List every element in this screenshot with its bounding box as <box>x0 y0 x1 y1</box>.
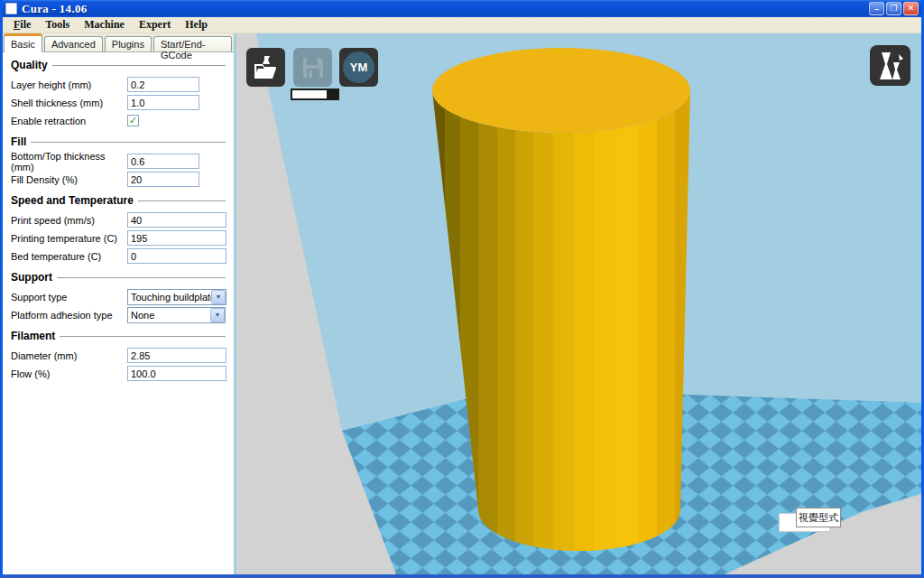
section-quality: Quality <box>11 59 226 71</box>
section-rule <box>60 336 226 337</box>
tab-advanced[interactable]: Advanced <box>44 36 103 51</box>
layer-height-input[interactable] <box>127 77 199 92</box>
minimize-button[interactable]: _ <box>869 2 884 15</box>
view-mode-tooltip: 視覺型式 <box>796 508 841 527</box>
section-title: Speed and Temperature <box>11 194 134 207</box>
shell-thickness-label: Shell thickness (mm) <box>11 98 127 108</box>
minimize-icon: _ <box>870 0 883 12</box>
checkmark-icon: ✓ <box>129 116 137 126</box>
support-type-value: Touching buildplate <box>128 292 211 303</box>
cura-window: Cura - 14.06 _ ❐ ✕ File Tools Machine Ex… <box>0 0 924 578</box>
section-rule <box>57 277 226 278</box>
tab-basic[interactable]: Basic <box>4 33 42 52</box>
close-icon: ✕ <box>908 4 915 13</box>
bottom-top-thickness-label: Bottom/Top thickness (mm) <box>11 151 127 172</box>
chevron-down-icon: ▼ <box>216 294 222 300</box>
section-speed-temperature: Speed and Temperature <box>11 194 226 207</box>
tab-start-end-gcode[interactable]: Start/End-GCode <box>153 36 232 51</box>
menu-machine[interactable]: Machine <box>77 17 132 33</box>
menu-tools[interactable]: Tools <box>38 17 77 33</box>
support-type-select[interactable]: Touching buildplate ▼ <box>127 289 226 305</box>
setting-row: Layer height (mm) <box>11 76 226 93</box>
enable-retraction-label: Enable retraction <box>11 116 127 126</box>
setting-row: Enable retraction ✓ <box>11 112 226 129</box>
print-speed-label: Print speed (mm/s) <box>11 215 127 226</box>
section-title: Fill <box>11 135 26 148</box>
bed-temperature-input[interactable] <box>127 248 226 264</box>
setting-row: Platform adhesion type None ▼ <box>11 306 226 323</box>
menu-help[interactable]: Help <box>178 17 215 33</box>
section-rule <box>31 142 226 143</box>
share-youmagine-button[interactable]: YM <box>339 48 378 87</box>
maximize-icon: ❐ <box>890 4 897 13</box>
progress-fill <box>292 90 327 98</box>
build-plate-scene <box>234 33 921 574</box>
bottom-top-thickness-input[interactable] <box>127 154 199 169</box>
window-title: Cura - 14.06 <box>22 2 88 16</box>
diameter-input[interactable] <box>127 348 226 363</box>
section-filament: Filament <box>11 330 226 342</box>
3d-viewport[interactable]: YM 視覺型式 <box>234 33 921 574</box>
platform-adhesion-value: None <box>128 310 210 321</box>
shell-thickness-input[interactable] <box>127 95 199 110</box>
section-fill: Fill <box>11 135 226 148</box>
setting-row: Print speed (mm/s) <box>11 211 226 228</box>
menu-bar: File Tools Machine Expert Help <box>3 17 921 33</box>
title-bar[interactable]: Cura - 14.06 _ ❐ ✕ <box>3 0 921 17</box>
section-title: Support <box>11 271 52 284</box>
section-rule <box>52 65 226 66</box>
load-model-icon <box>253 55 280 80</box>
bed-temperature-label: Bed temperature (C) <box>11 251 127 262</box>
settings-tabs: Basic Advanced Plugins Start/End-GCode <box>3 33 234 51</box>
maximize-button[interactable]: ❐ <box>886 2 901 15</box>
section-support: Support <box>11 271 226 284</box>
diameter-label: Diameter (mm) <box>11 350 127 361</box>
setting-row: Flow (%) <box>11 365 226 382</box>
section-title: Quality <box>11 59 48 71</box>
close-button[interactable]: ✕ <box>903 2 919 15</box>
layer-height-label: Layer height (mm) <box>11 79 127 90</box>
save-icon <box>301 56 325 79</box>
dropdown-button[interactable]: ▼ <box>211 290 226 304</box>
chevron-down-icon: ▼ <box>215 312 221 318</box>
save-toolpath-button <box>293 48 332 87</box>
settings-sidebar: Basic Advanced Plugins Start/End-GCode Q… <box>3 33 234 574</box>
support-type-label: Support type <box>11 292 127 303</box>
fill-density-label: Fill Density (%) <box>11 174 127 185</box>
view-mode-button[interactable] <box>870 45 910 86</box>
platform-adhesion-select[interactable]: None ▼ <box>127 307 226 323</box>
section-rule <box>138 200 226 201</box>
section-title: Filament <box>11 330 55 342</box>
printing-temperature-label: Printing temperature (C) <box>11 233 127 244</box>
print-speed-input[interactable] <box>127 212 226 228</box>
setting-row: Bottom/Top thickness (mm) <box>11 153 226 170</box>
app-icon <box>5 3 17 14</box>
flow-label: Flow (%) <box>11 368 127 379</box>
setting-row: Bed temperature (C) <box>11 247 226 265</box>
dropdown-button[interactable]: ▼ <box>210 308 225 322</box>
setting-row: Shell thickness (mm) <box>11 94 226 111</box>
view-mode-icon <box>875 50 906 82</box>
basic-settings-panel: Quality Layer height (mm) Shell thicknes… <box>3 51 234 574</box>
setting-row: Diameter (mm) <box>11 347 226 364</box>
setting-row: Fill Density (%) <box>11 171 226 188</box>
menu-expert[interactable]: Expert <box>132 17 178 33</box>
platform-adhesion-label: Platform adhesion type <box>11 310 127 321</box>
tab-plugins[interactable]: Plugins <box>105 36 152 51</box>
youmagine-icon: YM <box>343 51 374 83</box>
setting-row: Support type Touching buildplate ▼ <box>11 288 226 305</box>
progress-bar <box>291 89 339 100</box>
printing-temperature-input[interactable] <box>127 230 226 246</box>
menu-file[interactable]: File <box>6 17 38 33</box>
setting-row: Printing temperature (C) <box>11 229 226 247</box>
enable-retraction-checkbox[interactable]: ✓ <box>127 115 139 126</box>
flow-input[interactable] <box>127 366 226 381</box>
fill-density-input[interactable] <box>127 172 199 187</box>
load-model-button[interactable] <box>246 48 285 87</box>
